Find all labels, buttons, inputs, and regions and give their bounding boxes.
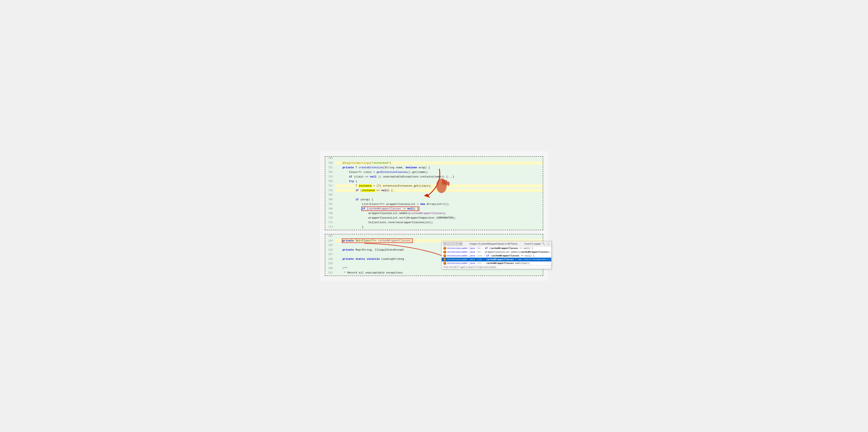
line-number: 124 bbox=[325, 239, 335, 242]
usages-popup-header: ≡ → ← i m Usages of cachedWrapperClasses… bbox=[442, 241, 551, 247]
usages-popup[interactable]: ≡ → ← i m Usages of cachedWrapperClasses… bbox=[441, 241, 552, 269]
class-icon: C bbox=[443, 247, 446, 250]
code-line-750: 750 @SuppressWarnings("unchecked") bbox=[325, 161, 543, 166]
line-number: 767 bbox=[325, 203, 335, 206]
line-number: 128 bbox=[325, 258, 335, 261]
usages-header-icons: ≡ → ← i m bbox=[443, 242, 462, 246]
line-number: 123 bbox=[325, 235, 335, 237]
code-snippet: wrapperClassesList.addAll(cachedWrapperC… bbox=[485, 251, 551, 253]
code-line-749: 749 bbox=[325, 157, 543, 161]
line-code: * Record all unacceptable exceptions. bbox=[335, 271, 543, 274]
line-code: T instance = (T) extensionInstances.get(… bbox=[335, 184, 543, 188]
line-code: try { bbox=[335, 180, 543, 183]
line-code: wrapperClassesList.sort(WrapperComparato… bbox=[335, 216, 543, 220]
code-line-753: 753 if (clazz == null || unacceptableExc… bbox=[325, 175, 543, 179]
line-number: 130 bbox=[325, 267, 335, 270]
code-snippet: if (cachedWrapperClasses != null) { bbox=[485, 247, 533, 250]
code-line-751: 751 private T createExtension(String nam… bbox=[325, 166, 543, 170]
file-name: ExtensionLoader.java bbox=[447, 262, 475, 264]
line-number: 772 bbox=[325, 226, 335, 229]
line-number: 749 bbox=[325, 157, 335, 160]
usages-row-1[interactable]: C ExtensionLoader.java 768 ⇒ if (cachedW… bbox=[442, 247, 551, 250]
usages-count: Found 5 usages bbox=[525, 242, 541, 245]
line-number: 753 bbox=[325, 175, 335, 178]
line-code: private T createExtension(String name, b… bbox=[335, 166, 543, 169]
code-snippet: cachedWrapperClasses = new ConcurrentHas… bbox=[486, 258, 554, 261]
usages-row-2[interactable]: C ExtensionLoader.java 769 ⇒ wrapperClas… bbox=[442, 250, 551, 254]
code-line-766: 766 if (wrap) { bbox=[325, 198, 543, 202]
code-line-765: 765 bbox=[325, 193, 543, 198]
line-ref: 769 bbox=[476, 251, 481, 253]
usages-row-3[interactable]: C ExtensionLoader.java 1194 ⇒ if (cached… bbox=[442, 254, 551, 258]
m-icon[interactable]: m bbox=[459, 242, 462, 246]
code-line-123: 123 bbox=[325, 234, 543, 239]
window-icon[interactable]: ⬜ bbox=[547, 242, 550, 245]
code-line-772: 772 } bbox=[325, 225, 543, 230]
line-code: } bbox=[335, 226, 543, 229]
code-line-757: 757 T instance = (T) extensionInstances.… bbox=[325, 184, 543, 189]
line-number: 756 bbox=[325, 180, 335, 183]
line-code: wrapperClassesList.addAll(cachedWrapperC… bbox=[335, 212, 543, 215]
code-line-769: 769 wrapperClassesList.addAll(cachedWrap… bbox=[325, 211, 543, 216]
usage-arrow: ⇒ bbox=[484, 254, 485, 257]
code-snippet: if (cachedWrapperClasses == null) { bbox=[486, 254, 534, 257]
line-number: 768 bbox=[325, 207, 335, 210]
line-number: 771 bbox=[325, 221, 335, 224]
wrench-icon[interactable]: 🔧 bbox=[542, 242, 545, 245]
line-code: Collections.reverse(wrapperClassesList); bbox=[335, 221, 543, 224]
line-number: 127 bbox=[325, 253, 335, 256]
line-number: 757 bbox=[325, 184, 335, 188]
usages-footer: Press Ctrl+Alt+F7 again to search in Pro… bbox=[442, 265, 551, 269]
info-icon[interactable]: i bbox=[455, 242, 459, 246]
pin-icon[interactable]: ≡ bbox=[443, 242, 447, 246]
line-number: 758 bbox=[325, 189, 335, 192]
usage-arrow: ⇒ bbox=[483, 251, 484, 253]
line-number: 126 bbox=[325, 249, 335, 252]
class-icon: C bbox=[443, 262, 446, 265]
file-name: ExtensionLoader.java bbox=[447, 247, 475, 250]
code-snippet: cachedWrapperClasses.add(clazz); bbox=[486, 262, 530, 264]
forward-icon[interactable]: → bbox=[447, 242, 451, 246]
line-number: 765 bbox=[325, 194, 335, 196]
file-name: ExtensionLoader.java bbox=[447, 258, 475, 261]
class-icon: C bbox=[443, 254, 446, 257]
usage-arrow: ⇒ bbox=[483, 247, 484, 250]
line-code: Class<?> clazz = getExtensionClasses().g… bbox=[335, 171, 543, 174]
code-panel-top: 749 750 @SuppressWarnings("unchecked") 7… bbox=[325, 156, 543, 230]
line-number: 770 bbox=[325, 217, 335, 220]
line-number: 750 bbox=[325, 162, 335, 165]
line-code: List<Class<?>> wrapperClassesList = new … bbox=[335, 203, 543, 206]
file-name: ExtensionLoader.java bbox=[447, 251, 475, 253]
line-number: 751 bbox=[325, 166, 335, 169]
line-code: @SuppressWarnings("unchecked") bbox=[335, 162, 543, 165]
line-ref: 1194 bbox=[476, 255, 482, 257]
line-ref: 1195 bbox=[476, 258, 482, 261]
line-code: if (clazz == null || unacceptableExcepti… bbox=[335, 175, 543, 178]
code-line-771: 771 Collections.reverse(wrapperClassesLi… bbox=[325, 221, 543, 225]
line-code: if (instance == null) {.. bbox=[335, 189, 543, 192]
line-code: if (wrap) { bbox=[335, 198, 543, 201]
back-icon[interactable]: ← bbox=[451, 242, 455, 246]
line-number: 769 bbox=[325, 212, 335, 215]
code-line-131: 131 * Record all unacceptable exceptions… bbox=[325, 271, 543, 276]
code-line-768: 768 if (cachedWrapperClasses != null) { bbox=[325, 207, 543, 211]
line-ref: 1197 bbox=[476, 262, 482, 264]
line-number: 129 bbox=[325, 262, 335, 265]
code-line-752: 752 Class<?> clazz = getExtensionClasses… bbox=[325, 170, 543, 175]
file-name: ExtensionLoader.java bbox=[447, 255, 475, 257]
usage-arrow: ⇐ bbox=[484, 258, 485, 261]
line-number: 766 bbox=[325, 198, 335, 201]
code-line-767: 767 List<Class<?>> wrapperClassesList = … bbox=[325, 202, 543, 207]
line-ref: 768 bbox=[476, 247, 481, 250]
usages-row-4[interactable]: C ExtensionLoader.java 1195 ⇐ cachedWrap… bbox=[442, 258, 551, 261]
usage-arrow: ⇒ bbox=[484, 262, 485, 264]
code-line-758: 758 if (instance == null) {.. bbox=[325, 189, 543, 193]
line-code: if (cachedWrapperClasses != null) { bbox=[335, 207, 543, 210]
code-panel-bottom: 123 124 private Set<Class<?>> cachedWrap… bbox=[325, 234, 543, 276]
code-line-770: 770 wrapperClassesList.sort(WrapperCompa… bbox=[325, 216, 543, 221]
class-icon: C bbox=[443, 258, 446, 261]
usages-row-5[interactable]: C ExtensionLoader.java 1197 ⇒ cachedWrap… bbox=[442, 261, 551, 265]
code-line-756: 756 try { bbox=[325, 179, 543, 184]
line-number: 131 bbox=[325, 271, 335, 274]
line-number: 752 bbox=[325, 171, 335, 174]
